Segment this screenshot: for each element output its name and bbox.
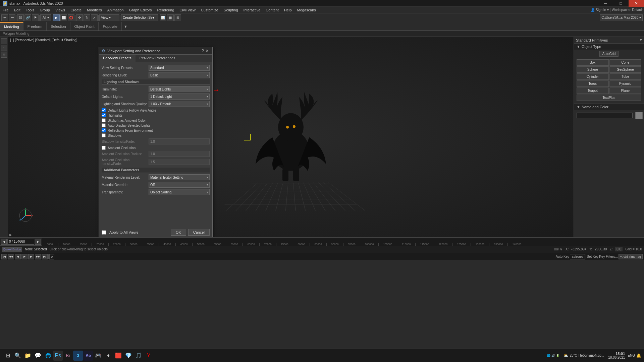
menu-group[interactable]: Group	[38, 8, 51, 12]
lasso-button[interactable]: ⭕	[68, 14, 74, 21]
tab-object-paint[interactable]: Object Paint	[70, 22, 99, 31]
lang-indicator[interactable]: ENG	[628, 354, 635, 357]
create-selection-button[interactable]: Create Selection Se ▾	[121, 14, 158, 21]
plane-button[interactable]: Plane	[609, 87, 642, 94]
rect-select-button[interactable]: ⬜	[60, 14, 67, 21]
dialog-tab-per-view-presets[interactable]: Per-View Presets	[99, 55, 136, 62]
anim-next-frame[interactable]: ▶	[28, 254, 34, 259]
teapot-button[interactable]: Teapot	[577, 87, 609, 94]
dialog-tab-per-view-preferences[interactable]: Per-View Preferences	[136, 55, 179, 62]
timeline-next[interactable]: ▶	[35, 239, 41, 245]
checkbox-highlights-input[interactable]	[102, 113, 106, 117]
illuminate-dropdown[interactable]: Default Lights ▾	[149, 86, 210, 92]
menu-tools[interactable]: Tools	[24, 8, 36, 12]
notification-icon[interactable]: 🔔	[636, 353, 641, 358]
menu-rendering[interactable]: Rendering	[156, 8, 176, 12]
menu-graph-editors[interactable]: Graph Editors	[128, 8, 153, 12]
checkbox-reflections-input[interactable]	[102, 128, 106, 132]
menu-scripting[interactable]: Scripting	[222, 8, 239, 12]
tab-modeling[interactable]: Modeling	[0, 22, 23, 31]
pyramid-button[interactable]: Pyramid	[609, 80, 642, 87]
dialog-help-button[interactable]: ?	[201, 48, 205, 53]
cylinder-button[interactable]: Cylinder	[577, 73, 609, 80]
redo-button[interactable]: ↪	[9, 14, 15, 21]
taskbar-ae[interactable]: Ae	[83, 351, 93, 361]
undo-button[interactable]: ↩	[1, 14, 8, 21]
tab-more[interactable]: ▼	[122, 22, 129, 31]
taskbar-bridge[interactable]: Br	[63, 351, 73, 361]
sphere-button[interactable]: Sphere	[577, 66, 609, 73]
menu-create[interactable]: Create	[69, 8, 83, 12]
menu-megascans[interactable]: Megascans	[296, 8, 317, 12]
menu-edit[interactable]: Edit	[13, 8, 22, 12]
torus-button[interactable]: Torus	[577, 80, 609, 87]
dialog-cancel-button[interactable]: Cancel	[188, 229, 210, 236]
graph-btn2[interactable]: ▦	[167, 14, 174, 21]
filter-dropdown[interactable]: All ▾	[40, 14, 51, 21]
name-and-color-header[interactable]: ▼ Name and Color	[574, 104, 644, 110]
rotate-button[interactable]: ↻	[84, 14, 90, 21]
apply-all-checkbox[interactable]	[102, 230, 106, 235]
taskbar-discord[interactable]: 💎	[123, 351, 133, 361]
anim-next-button[interactable]: ▶▶	[35, 254, 41, 259]
search-button[interactable]: 🔍	[13, 351, 23, 361]
timeline-prev[interactable]: ◀	[1, 239, 7, 245]
material-rendering-level-dropdown[interactable]: Material Editor Setting ▾	[149, 174, 210, 180]
transparency-dropdown[interactable]: Object Sorting ▾	[149, 189, 210, 195]
close-button[interactable]: ✕	[629, 0, 644, 7]
menu-help[interactable]: Help	[283, 8, 293, 12]
sign-in-label[interactable]: 👤 Sign In ▾	[591, 8, 609, 12]
menu-views[interactable]: Views	[54, 8, 66, 12]
bind-button[interactable]: ⚑	[32, 14, 39, 21]
taskbar-y[interactable]: Y	[144, 351, 154, 361]
select-button[interactable]: ▶	[53, 14, 60, 21]
graph-btn3[interactable]: ⊞	[174, 14, 181, 21]
checkbox-default-lights-follow-input[interactable]	[102, 108, 106, 112]
anim-end-button[interactable]: ▶|	[42, 254, 48, 259]
checkbox-shadows-input[interactable]	[102, 133, 106, 137]
left-tool-1[interactable]: +	[1, 38, 7, 44]
menu-interactive[interactable]: Interactive	[242, 8, 262, 12]
box-button[interactable]: Box	[577, 59, 609, 66]
link-button[interactable]: ⛓	[17, 14, 24, 21]
rendering-level-dropdown[interactable]: Basic ▾	[149, 72, 210, 78]
dialog-ok-button[interactable]: OK	[171, 229, 186, 236]
maximize-button[interactable]: □	[613, 0, 629, 7]
checkbox-ambient-occlusion-input[interactable]	[102, 146, 106, 150]
color-swatch[interactable]	[635, 112, 643, 119]
tab-populate[interactable]: Populate	[99, 22, 121, 31]
taskbar-file-explorer[interactable]: 📁	[23, 351, 33, 361]
object-name-input[interactable]	[577, 113, 633, 118]
taskbar-steam[interactable]: ♦	[103, 351, 113, 361]
tube-button[interactable]: Tube	[609, 73, 642, 80]
timeline-ruler[interactable]: 5000 10000 15000 20000 25000 30000 35000…	[42, 238, 644, 246]
checkbox-skylight-input[interactable]	[102, 118, 106, 122]
left-tool-3[interactable]: ◎	[1, 52, 7, 58]
anim-start-button[interactable]: |◀	[1, 254, 7, 259]
taskbar-3dsmax[interactable]: 3	[73, 351, 83, 361]
menu-modifiers[interactable]: Modifiers	[86, 8, 103, 12]
taskbar-game[interactable]: 🎮	[93, 351, 103, 361]
textplus-button[interactable]: TextPlus	[577, 95, 641, 101]
scale-button[interactable]: ⤢	[91, 14, 98, 21]
left-tool-2[interactable]: ↑	[1, 45, 7, 51]
move-button[interactable]: ✛	[76, 14, 83, 21]
menu-file[interactable]: File	[1, 8, 10, 12]
start-button[interactable]: ⊞	[3, 351, 13, 361]
file-path[interactable]: C:\Users\M...s Max 2020 ▾	[600, 14, 643, 21]
taskbar-chat[interactable]: 💬	[33, 351, 43, 361]
cone-button[interactable]: Cone	[609, 59, 642, 66]
anim-prev-button[interactable]: ◀◀	[8, 254, 14, 259]
tab-freeform[interactable]: Freeform	[23, 22, 47, 31]
menu-content[interactable]: Content	[264, 8, 280, 12]
checkbox-auto-display-input[interactable]	[102, 123, 106, 127]
view-dropdown[interactable]: View ▾	[99, 14, 119, 21]
primitives-dropdown[interactable]: Standard Primitives ▾	[574, 37, 644, 44]
geosphere-button[interactable]: GeoSphere	[609, 66, 642, 73]
material-override-dropdown[interactable]: Off ▾	[149, 182, 210, 188]
menu-animation[interactable]: Animation	[106, 8, 125, 12]
object-type-header[interactable]: ▼ Object Type	[574, 44, 644, 50]
anim-play-button[interactable]: ▶	[21, 254, 28, 259]
taskbar-itch[interactable]: 🟥	[113, 351, 123, 361]
lighting-quality-dropdown[interactable]: 1.0X - Default ▾	[149, 101, 210, 107]
